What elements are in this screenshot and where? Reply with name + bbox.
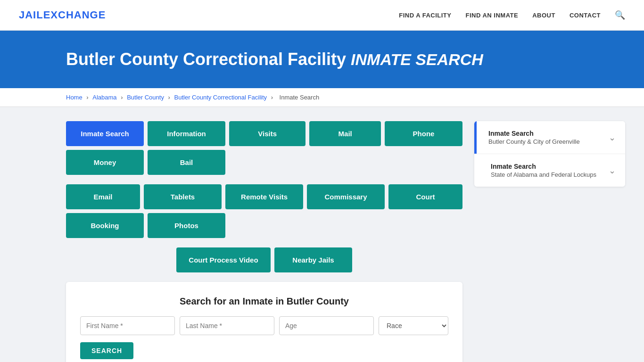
sidebar-item-alabama[interactable]: Inmate Search State of Alabama and Feder… xyxy=(474,154,625,187)
logo-suffix: EXCHANGE xyxy=(43,9,106,21)
nav-links: FIND A FACILITY FIND AN INMATE ABOUT CON… xyxy=(399,10,625,20)
btn-booking[interactable]: Booking xyxy=(66,213,144,238)
sidebar-card: Inmate Search Butler County & City of Gr… xyxy=(474,121,625,187)
chevron-down-icon-1: ⌄ xyxy=(609,132,616,143)
btn-phone[interactable]: Phone xyxy=(385,121,462,146)
btn-information[interactable]: Information xyxy=(148,121,225,146)
sidebar-item-1-subtitle: Butler County & City of Greenville xyxy=(488,138,609,145)
search-button[interactable]: SEARCH xyxy=(80,342,133,359)
logo-prefix: JAIL xyxy=(19,9,43,21)
btn-email[interactable]: Email xyxy=(66,184,140,209)
breadcrumb-sep-1: › xyxy=(86,94,90,101)
breadcrumb-sep-4: › xyxy=(271,94,275,101)
btn-commissary[interactable]: Commissary xyxy=(307,184,385,209)
hero-title-em: INMATE SEARCH xyxy=(351,50,483,68)
btn-court[interactable]: Court xyxy=(388,184,462,209)
nav-buttons-row2: Email Tablets Remote Visits Commissary C… xyxy=(66,184,462,238)
right-sidebar: Inmate Search Butler County & City of Gr… xyxy=(474,121,625,362)
breadcrumb-facility[interactable]: Butler County Correctional Facility xyxy=(174,94,267,101)
btn-tablets[interactable]: Tablets xyxy=(144,184,222,209)
search-card: Search for an Inmate in Butler County Ra… xyxy=(66,282,462,362)
left-column: Inmate Search Information Visits Mail Ph… xyxy=(66,121,462,362)
sidebar-row-text-1: Inmate Search Butler County & City of Gr… xyxy=(484,130,609,145)
nav-buttons-row1: Inmate Search Information Visits Mail Ph… xyxy=(66,121,462,175)
nav-about[interactable]: ABOUT xyxy=(532,12,555,19)
main-content: Inmate Search Information Visits Mail Ph… xyxy=(0,107,644,362)
hero-title-main: Butler County Correctional Facility xyxy=(66,49,346,69)
btn-visits[interactable]: Visits xyxy=(229,121,305,146)
navbar: JAILEXCHANGE FIND A FACILITY FIND AN INM… xyxy=(0,0,644,31)
nav-find-inmate[interactable]: FIND AN INMATE xyxy=(465,12,518,19)
breadcrumb-butler-county[interactable]: Butler County xyxy=(127,94,164,101)
age-input[interactable] xyxy=(279,316,374,335)
btn-photos[interactable]: Photos xyxy=(148,213,225,238)
btn-money[interactable]: Money xyxy=(66,150,144,175)
breadcrumb-alabama[interactable]: Alabama xyxy=(92,94,116,101)
breadcrumb-home[interactable]: Home xyxy=(66,94,83,101)
search-title: Search for an Inmate in Butler County xyxy=(80,296,448,307)
breadcrumb: Home › Alabama › Butler County › Butler … xyxy=(0,88,644,107)
btn-bail[interactable]: Bail xyxy=(148,150,225,175)
btn-mail[interactable]: Mail xyxy=(309,121,381,146)
sidebar-item-butler-county[interactable]: Inmate Search Butler County & City of Gr… xyxy=(474,121,625,154)
chevron-down-icon-2: ⌄ xyxy=(609,165,616,176)
breadcrumb-current: Inmate Search xyxy=(280,94,320,101)
search-icon[interactable]: 🔍 xyxy=(615,10,625,20)
btn-inmate-search[interactable]: Inmate Search xyxy=(66,121,144,146)
hero-title: Butler County Correctional Facility INMA… xyxy=(66,49,625,69)
sidebar-item-2-subtitle: State of Alabama and Federal Lockups xyxy=(491,171,609,178)
breadcrumb-sep-2: › xyxy=(121,94,124,101)
btn-court-process-video[interactable]: Court Process Video xyxy=(176,247,271,272)
blue-accent-bar xyxy=(474,121,477,154)
last-name-input[interactable] xyxy=(180,316,274,335)
sidebar-row-text-2: Inmate Search State of Alabama and Feder… xyxy=(484,163,609,178)
sidebar-item-1-title: Inmate Search xyxy=(488,130,609,137)
hero-banner: Butler County Correctional Facility INMA… xyxy=(0,31,644,88)
search-form-row: Race xyxy=(80,316,448,335)
first-name-input[interactable] xyxy=(80,316,175,335)
nav-buttons-row3: Court Process Video Nearby Jails xyxy=(66,247,462,272)
breadcrumb-sep-3: › xyxy=(168,94,172,101)
race-select[interactable]: Race xyxy=(379,316,448,335)
btn-remote-visits[interactable]: Remote Visits xyxy=(225,184,303,209)
btn-nearby-jails[interactable]: Nearby Jails xyxy=(274,247,352,272)
nav-find-facility[interactable]: FIND A FACILITY xyxy=(399,12,451,19)
sidebar-item-2-title: Inmate Search xyxy=(491,163,609,170)
nav-contact[interactable]: CONTACT xyxy=(570,12,601,19)
logo[interactable]: JAILEXCHANGE xyxy=(19,9,106,21)
